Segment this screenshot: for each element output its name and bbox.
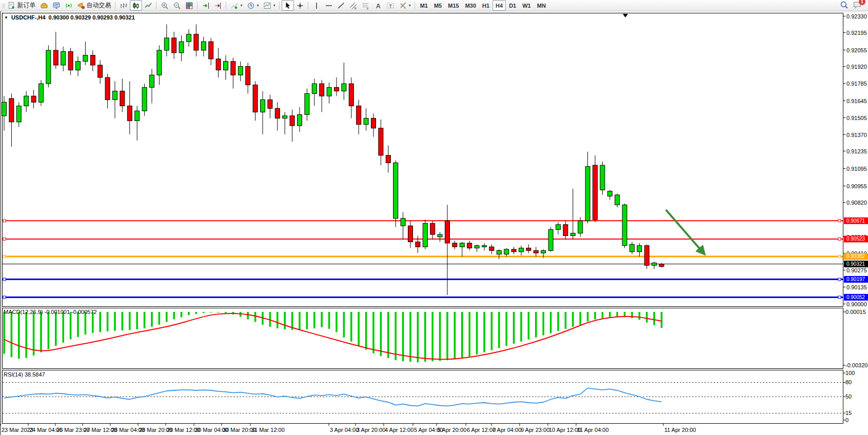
line-chart-button[interactable] [142,0,154,11]
timeframe-label: H1 [481,3,490,9]
svg-text:0.90382: 0.90382 [846,253,865,259]
cursor-button[interactable] [282,0,294,11]
line-chart-icon [144,2,152,10]
timeframe-button-H1[interactable]: H1 [479,0,492,11]
tile-windows-button[interactable] [183,0,195,11]
add-indicator-caret-icon[interactable]: ▾ [241,3,243,8]
arrows-caret-icon[interactable]: ▾ [409,3,411,8]
hline-handle-right[interactable] [838,220,841,222]
template-icon [263,2,271,10]
zoom-out-button[interactable] [171,0,183,11]
hline-handle-right[interactable] [838,278,841,281]
svg-text:6 Apr 12:00: 6 Apr 12:00 [467,427,496,433]
price-tag-0.90382: 0.90382 [844,253,868,260]
period-caret-icon[interactable]: ▾ [257,3,259,8]
timeframe-button-M30[interactable]: M30 [462,0,479,11]
trendline-button[interactable] [335,0,347,11]
timeframe-button-M15[interactable]: M15 [445,0,462,11]
hline-handle-right[interactable] [838,238,841,240]
hline-handle-left[interactable] [3,238,6,240]
text-icon: A [374,2,382,10]
timeframe-label: M30 [464,3,477,9]
hline-handle-left[interactable] [3,255,6,258]
svg-text:0.90275: 0.90275 [846,267,867,273]
price-tag-0.90052: 0.90052 [844,294,868,301]
bar-chart-button[interactable] [117,0,130,11]
vertical-line-button[interactable] [310,0,323,11]
hline-handle-left[interactable] [3,220,6,222]
crosshair-icon [296,2,304,10]
template-button[interactable]: ▾ [261,0,278,11]
svg-text:0.91095: 0.91095 [846,166,867,172]
timeframe-label: M5 [433,3,443,9]
signals-button[interactable] [63,0,75,11]
zoom-in-button[interactable] [159,0,171,11]
search-icon[interactable] [840,1,849,11]
timeframe-label: W1 [521,3,532,9]
market-watch-button[interactable] [50,0,63,11]
new-order-label: 新订单 [17,1,36,10]
svg-text:31 Mar 12:00: 31 Mar 12:00 [251,427,285,433]
hline-handle-left[interactable] [3,278,6,281]
svg-text:15: 15 [845,410,852,416]
text-label-button[interactable]: T [384,0,397,11]
navigator-button[interactable] [38,0,50,11]
toolbar-group-indicators: ▾ ▾ ▾ [228,0,278,11]
signals-icon [65,2,73,10]
svg-text:5 Apr 20:00: 5 Apr 20:00 [438,427,466,433]
svg-text:0.90000: 0.90000 [846,301,867,307]
auto-scroll-button[interactable] [200,0,212,11]
arrows-button[interactable]: ▾ [397,0,413,11]
hline-handle-left[interactable] [3,296,6,299]
notifications-button[interactable]: 1 [853,1,862,11]
price-tag-0.90321: 0.90321 [844,261,868,267]
svg-text:3 Apr 04:00: 3 Apr 04:00 [330,427,359,433]
toolbar-separator [415,2,415,9]
timeframe-button-D1[interactable]: D1 [506,0,519,11]
toolbar-grip: ⣿ [2,3,5,8]
svg-text:80: 80 [845,379,852,385]
period-button[interactable]: ▾ [245,0,261,11]
add-indicator-icon [230,2,239,10]
toolbar-separator [226,2,226,9]
svg-text:0.90523: 0.90523 [846,236,865,242]
arrows-icon [399,2,407,10]
channel-button[interactable]: E [347,0,360,11]
svg-text:7 Apr 04:00: 7 Apr 04:00 [492,427,521,433]
new-order-button[interactable]: 新订单 [6,0,38,11]
timeframe-button-M1[interactable]: M1 [417,0,431,11]
text-button[interactable]: A [372,0,384,11]
timeframe-button-H4[interactable]: H4 [492,0,506,11]
svg-text:3 Apr 20:00: 3 Apr 20:00 [357,427,385,433]
chart-canvas[interactable]: 0.923300.921950.920550.919200.917850.916… [0,0,868,435]
toolbar-group-scroll [200,0,224,11]
timeframe-button-W1[interactable]: W1 [519,0,534,11]
hline-handle-right[interactable] [838,296,841,299]
candlestick-chart-button[interactable] [130,0,142,11]
new-order-icon [8,2,16,10]
add-indicator-button[interactable]: ▾ [228,0,245,11]
crosshair-button[interactable] [294,0,306,11]
template-caret-icon[interactable]: ▾ [273,3,275,8]
timeframe-button-MN[interactable]: MN [534,0,549,11]
timeframe-label: M15 [447,3,460,9]
svg-text:0.92330: 0.92330 [846,13,867,19]
chart-shift-button[interactable] [212,0,224,11]
svg-text:0.00015: 0.00015 [845,309,866,315]
price-tag-0.90523: 0.90523 [844,235,868,242]
svg-text:0.91370: 0.91370 [846,132,867,138]
fibonacci-button[interactable]: F [360,0,372,11]
svg-text:T: T [389,3,392,8]
svg-text:23 Mar 2023: 23 Mar 2023 [2,427,33,433]
svg-text:9 Apr 23:00: 9 Apr 23:00 [521,427,549,433]
hline-handle-right[interactable] [838,255,841,258]
timeframe-button-M5[interactable]: M5 [431,0,445,11]
cursor-icon [284,2,292,10]
svg-text:0.90135: 0.90135 [846,284,867,290]
horizontal-line-button[interactable] [323,0,335,11]
auto-trading-button[interactable]: 自动交易 [75,0,113,11]
market-watch-icon [52,2,61,10]
horizontal-line-icon [325,2,333,10]
svg-text:0.91920: 0.91920 [846,64,867,70]
chart-shift-icon [214,2,222,10]
